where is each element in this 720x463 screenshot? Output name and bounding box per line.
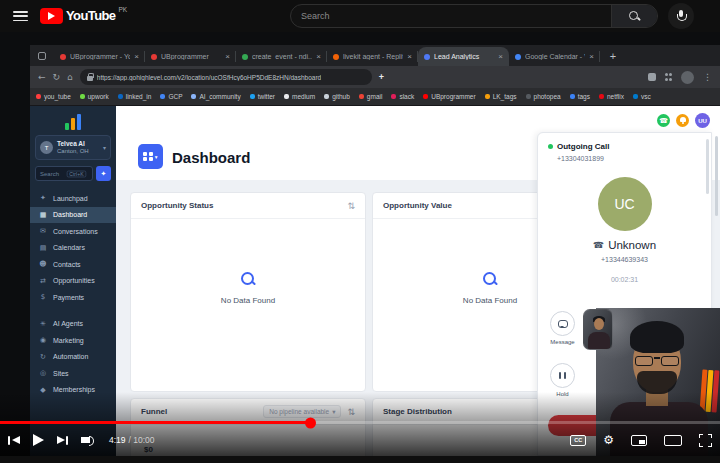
sidebar-item-automation[interactable]: ↻Automation — [30, 349, 116, 366]
sidebar-item-sites[interactable]: ◎Sites — [30, 365, 116, 382]
bookmark[interactable]: tags — [570, 93, 590, 100]
menu-icon[interactable] — [13, 11, 28, 21]
bookmark[interactable]: you_tube — [36, 93, 71, 100]
account-avatar: T — [40, 141, 53, 154]
progress-scrubber[interactable] — [0, 421, 311, 424]
bookmark-favicon — [485, 94, 490, 99]
apps-grid-icon[interactable] — [665, 73, 673, 81]
close-icon[interactable]: × — [407, 52, 412, 61]
bookmark[interactable]: GCP — [160, 93, 182, 100]
tab-search-icon[interactable] — [38, 52, 46, 60]
bookmark-favicon — [633, 94, 638, 99]
browser-tab[interactable]: Google Calendar - V... × — [509, 47, 600, 66]
app-scrollbar[interactable] — [715, 136, 718, 216]
target-extension-icon[interactable]: + — [379, 73, 384, 82]
user-avatar[interactable]: UU — [695, 113, 710, 128]
close-icon[interactable]: × — [589, 52, 594, 61]
sidebar-item-marketing[interactable]: ◉Marketing — [30, 332, 116, 349]
browser-tab[interactable]: UBprogrammer - Yo... × — [54, 47, 145, 66]
sidebar-search-input[interactable]: Search Ctrl+K — [35, 166, 93, 181]
bookmark[interactable]: upwork — [80, 93, 109, 100]
glasses — [635, 355, 679, 366]
miniplayer-button[interactable] — [631, 435, 647, 446]
bookmark-favicon — [526, 94, 531, 99]
captions-button[interactable]: CC — [570, 435, 586, 446]
next-video-button[interactable] — [57, 436, 69, 445]
youtube-search-bar — [290, 4, 658, 28]
volume-button[interactable] — [81, 434, 96, 446]
fullscreen-button[interactable] — [699, 434, 712, 447]
browser-tab[interactable]: UBprogrammer × — [145, 47, 236, 66]
sidebar-item-launchpad[interactable]: ✦Launchpad — [30, 190, 116, 207]
sidebar-item-opportunities[interactable]: ⇄Opportunities — [30, 273, 116, 290]
back-icon[interactable]: ← — [38, 73, 46, 82]
search-input[interactable] — [291, 5, 611, 27]
address-bar[interactable]: https://app.gohighlevel.com/v2/location/… — [80, 69, 372, 85]
no-data-icon — [482, 271, 498, 287]
bookmark[interactable]: medium — [284, 93, 315, 100]
lock-icon — [87, 73, 93, 81]
sort-icon[interactable]: ⇅ — [347, 201, 355, 211]
bookmark[interactable]: netflix — [599, 93, 624, 100]
bookmark[interactable]: linked_in — [118, 93, 152, 100]
previous-video-button[interactable] — [8, 436, 20, 445]
calendar-icon: ▤ — [39, 244, 47, 252]
bookmark[interactable]: UBprogrammer — [423, 93, 475, 100]
bookmark[interactable]: photopea — [526, 93, 561, 100]
dashboard-switcher-button[interactable]: ▾ — [138, 144, 163, 169]
close-icon[interactable]: × — [316, 52, 321, 61]
browser-tab[interactable]: create_event - ndi... × — [236, 47, 327, 66]
sidebar-item-contacts[interactable]: ☻Contacts — [30, 256, 116, 273]
bookmark[interactable]: AI_community — [191, 93, 240, 100]
sidebar-item-ai-agents[interactable]: ✳AI Agents — [30, 316, 116, 333]
browser-tab[interactable]: livekit agent - Replit × — [327, 47, 418, 66]
search-button[interactable] — [611, 5, 657, 27]
active-call-icon[interactable]: ☎ — [657, 114, 670, 127]
bookmark[interactable]: vsc — [633, 93, 651, 100]
browser-menu-icon[interactable]: ⋮ — [703, 73, 712, 82]
call-video-preview[interactable] — [583, 309, 613, 350]
message-button[interactable] — [550, 311, 575, 336]
browser-tab-active[interactable]: Lead Analytics × — [418, 47, 509, 66]
play-button[interactable] — [33, 434, 44, 446]
youtube-logo[interactable]: YouTube PK — [40, 8, 127, 24]
bookmark[interactable]: github — [324, 93, 350, 100]
close-icon[interactable]: × — [225, 52, 230, 61]
tab-favicon — [333, 54, 339, 60]
sidebar-ai-button[interactable]: ✦ — [96, 166, 111, 181]
refresh-icon[interactable]: ↻ — [53, 73, 61, 82]
bookmark[interactable]: LK_tags — [485, 93, 517, 100]
new-tab-button[interactable]: + — [604, 47, 622, 65]
video-player[interactable]: UBprogrammer - Yo... × UBprogrammer × cr… — [0, 32, 720, 456]
sidebar-item-calendars[interactable]: ▤Calendars — [30, 240, 116, 257]
close-icon[interactable]: × — [498, 52, 503, 61]
chevron-down-icon: ▾ — [155, 154, 158, 160]
bookmark[interactable]: twitter — [250, 93, 275, 100]
payments-icon: $ — [39, 293, 47, 301]
bookmark-favicon — [250, 94, 255, 99]
contact-number: +13344639343 — [538, 256, 711, 263]
progress-bar[interactable] — [0, 421, 720, 424]
bookmark[interactable]: gmail — [359, 93, 383, 100]
settings-button[interactable]: ⚙ — [603, 434, 614, 446]
extension-icon[interactable] — [648, 73, 656, 81]
sidebar-item-payments[interactable]: $Payments — [30, 289, 116, 306]
notification-bell-icon[interactable] — [676, 114, 689, 127]
country-code: PK — [118, 6, 127, 13]
hold-button[interactable] — [550, 363, 575, 388]
browser-profile-avatar[interactable] — [681, 71, 694, 84]
theater-mode-button[interactable] — [664, 435, 682, 446]
gohighlevel-logo — [65, 113, 81, 130]
close-icon[interactable]: × — [134, 52, 139, 61]
voice-search-button[interactable] — [668, 3, 694, 29]
account-switcher[interactable]: T Telvea AI Canton, OH ▾ — [35, 135, 111, 160]
home-icon[interactable]: ⌂ — [67, 73, 73, 82]
call-panel-scrollbar[interactable] — [706, 139, 709, 194]
bookmarks-bar: you_tube upwork linked_in GCP AI_communi… — [30, 88, 720, 106]
sidebar-item-dashboard[interactable]: ▦Dashboard — [30, 207, 116, 224]
sites-icon: ◎ — [39, 369, 47, 377]
bookmark[interactable]: slack — [391, 93, 414, 100]
sidebar-item-conversations[interactable]: ✉Conversations — [30, 223, 116, 240]
contact-avatar: UC — [598, 177, 652, 231]
conversations-icon: ✉ — [39, 227, 47, 235]
